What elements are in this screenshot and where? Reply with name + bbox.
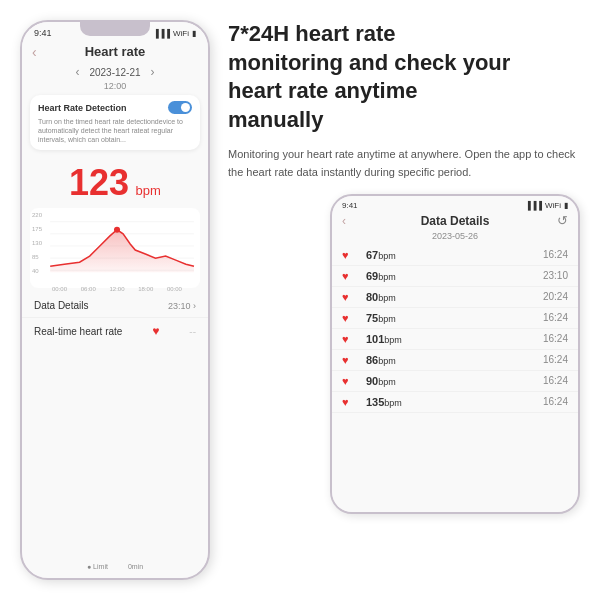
- hr-detection-card: Heart Rate Detection Turn on the timed h…: [30, 95, 200, 150]
- status-time-left: 9:41: [34, 28, 52, 38]
- chart-svg: [34, 212, 196, 284]
- bpm-text-row-3: 75bpm: [366, 312, 535, 324]
- bpm-text-row-0: 67bpm: [366, 249, 535, 261]
- realtime-label: Real-time heart rate: [34, 326, 122, 337]
- time-text-row-0: 16:24: [543, 249, 568, 260]
- heart-icon-row-6: ♥: [342, 375, 358, 387]
- status-icons-right: ▐▐▐ WiFi ▮: [525, 201, 568, 210]
- data-row-7: ♥ 135bpm 16:24: [332, 392, 578, 413]
- limit-label: ● Limit: [87, 563, 108, 570]
- data-row-4: ♥ 101bpm 16:24: [332, 329, 578, 350]
- heart-rate-chart: 220 175 130 85 40: [30, 208, 200, 288]
- date-left: 2023-12-21: [89, 67, 140, 78]
- heart-icon-row-3: ♥: [342, 312, 358, 324]
- time-text-row-6: 16:24: [543, 375, 568, 386]
- screen-title-right: Data Details: [421, 214, 490, 228]
- bpm-unit: bpm: [136, 183, 161, 198]
- bpm-text-row-1: 69bpm: [366, 270, 535, 282]
- headline: 7*24H heart rate monitoring and check yo…: [228, 20, 580, 134]
- bpm-text-row-7: 135bpm: [366, 396, 535, 408]
- heart-icon-row-5: ♥: [342, 354, 358, 366]
- hr-detection-desc: Turn on the timed heart rate detectionde…: [38, 117, 192, 144]
- prev-date-left[interactable]: ‹: [75, 65, 79, 79]
- signal-icon: ▐▐▐: [153, 29, 170, 38]
- status-icons-left: ▐▐▐ WiFi ▮: [153, 29, 196, 38]
- date-nav-left: ‹ 2023-12-21 ›: [22, 63, 208, 83]
- data-row-3: ♥ 75bpm 16:24: [332, 308, 578, 329]
- wifi-icon-right: WiFi: [545, 201, 561, 210]
- back-button-left[interactable]: ‹: [32, 44, 37, 60]
- phone-notch: [80, 22, 150, 36]
- bpm-text-row-6: 90bpm: [366, 375, 535, 387]
- hr-toggle[interactable]: [168, 101, 192, 114]
- main-container: 9:41 ▐▐▐ WiFi ▮ ‹ Heart rate ‹ 2023-12-2…: [0, 0, 600, 600]
- data-row-1: ♥ 69bpm 23:10: [332, 266, 578, 287]
- data-row-5: ♥ 86bpm 16:24: [332, 350, 578, 371]
- refresh-icon[interactable]: ↺: [557, 213, 568, 228]
- phone-left: 9:41 ▐▐▐ WiFi ▮ ‹ Heart rate ‹ 2023-12-2…: [20, 20, 210, 580]
- phone-header-left: ‹ Heart rate: [22, 40, 208, 63]
- realtime-row: Real-time heart rate ♥ --: [22, 318, 208, 344]
- back-button-right[interactable]: ‹: [342, 214, 346, 228]
- heart-icon-row-0: ♥: [342, 249, 358, 261]
- signal-icon-right: ▐▐▐: [525, 201, 542, 210]
- status-bar-right: 9:41 ▐▐▐ WiFi ▮: [332, 196, 578, 212]
- next-date-left[interactable]: ›: [151, 65, 155, 79]
- phone-right: 9:41 ▐▐▐ WiFi ▮ ‹ Data Details ↺ 2023-05…: [330, 194, 580, 514]
- data-details-row[interactable]: Data Details 23:10 ›: [22, 294, 208, 318]
- bpm-text-row-4: 101bpm: [366, 333, 535, 345]
- time-text-row-1: 23:10: [543, 270, 568, 281]
- wifi-icon: WiFi: [173, 29, 189, 38]
- hr-detection-header: Heart Rate Detection: [38, 101, 192, 114]
- right-panel: 7*24H heart rate monitoring and check yo…: [228, 20, 580, 580]
- time-text-row-3: 16:24: [543, 312, 568, 323]
- time-sub-left: 12:00: [22, 81, 208, 91]
- data-details-label: Data Details: [34, 300, 88, 311]
- time-text-row-7: 16:24: [543, 396, 568, 407]
- chart-y-labels: 220 175 130 85 40: [32, 212, 42, 274]
- data-row-2: ♥ 80bpm 20:24: [332, 287, 578, 308]
- bpm-text-row-5: 86bpm: [366, 354, 535, 366]
- phone-header-right: ‹ Data Details ↺: [332, 212, 578, 230]
- heart-icon-row-4: ♥: [342, 333, 358, 345]
- data-details-time: 23:10 ›: [168, 301, 196, 311]
- chart-x-labels: 00:00 06:00 12:00 18:00 00:00: [34, 286, 196, 292]
- bpm-text-row-2: 80bpm: [366, 291, 535, 303]
- subtext: Monitoring your heart rate anytime at an…: [228, 146, 580, 181]
- battery-icon: ▮: [192, 29, 196, 38]
- phone-bottom-bar: ● Limit 0min: [87, 563, 143, 570]
- data-row-0: ♥ 67bpm 16:24: [332, 245, 578, 266]
- phone-screen-left: 9:41 ▐▐▐ WiFi ▮ ‹ Heart rate ‹ 2023-12-2…: [22, 22, 208, 578]
- time-text-row-5: 16:24: [543, 354, 568, 365]
- hr-detection-title: Heart Rate Detection: [38, 103, 127, 113]
- heart-icon-row-2: ♥: [342, 291, 358, 303]
- status-time-right: 9:41: [342, 201, 358, 210]
- date-right: 2023-05-26: [332, 230, 578, 245]
- min-label: 0min: [128, 563, 143, 570]
- realtime-heart-icon: ♥: [152, 324, 159, 338]
- realtime-dash: --: [189, 326, 196, 337]
- battery-icon-right: ▮: [564, 201, 568, 210]
- data-list: ♥ 67bpm 16:24 ♥ 69bpm 23:10 ♥ 80bpm 20:2…: [332, 245, 578, 413]
- heart-icon-row-7: ♥: [342, 396, 358, 408]
- data-row-6: ♥ 90bpm 16:24: [332, 371, 578, 392]
- time-text-row-4: 16:24: [543, 333, 568, 344]
- time-text-row-2: 20:24: [543, 291, 568, 302]
- phone-screen-right: 9:41 ▐▐▐ WiFi ▮ ‹ Data Details ↺ 2023-05…: [332, 196, 578, 512]
- bpm-value: 123: [69, 162, 129, 204]
- heart-icon-row-1: ♥: [342, 270, 358, 282]
- svg-point-5: [114, 227, 120, 233]
- bpm-display: 123 bpm: [22, 154, 208, 208]
- screen-title-left: Heart rate: [85, 44, 146, 59]
